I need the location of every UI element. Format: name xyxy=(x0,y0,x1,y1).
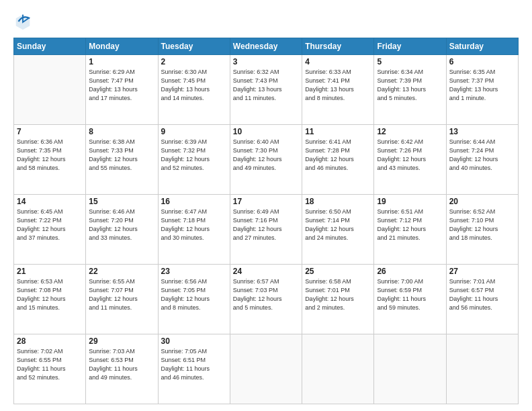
day-number: 9 xyxy=(161,127,227,136)
day-header-wednesday: Wednesday xyxy=(230,38,302,55)
calendar-cell: 4Sunrise: 6:33 AM Sunset: 7:41 PM Daylig… xyxy=(302,55,374,125)
day-info: Sunrise: 6:42 AM Sunset: 7:26 PM Dayligh… xyxy=(377,138,443,173)
calendar-cell: 30Sunrise: 7:05 AM Sunset: 6:51 PM Dayli… xyxy=(158,334,230,404)
calendar-header-row: SundayMondayTuesdayWednesdayThursdayFrid… xyxy=(14,38,519,55)
calendar-table: SundayMondayTuesdayWednesdayThursdayFrid… xyxy=(13,38,519,404)
calendar-week-3: 14Sunrise: 6:45 AM Sunset: 7:22 PM Dayli… xyxy=(14,195,519,265)
calendar-cell: 7Sunrise: 6:36 AM Sunset: 7:35 PM Daylig… xyxy=(14,125,86,195)
day-number: 19 xyxy=(377,197,443,206)
day-number: 29 xyxy=(89,336,154,346)
day-info: Sunrise: 6:45 AM Sunset: 7:22 PM Dayligh… xyxy=(17,208,83,242)
day-number: 5 xyxy=(377,57,443,66)
calendar-cell: 8Sunrise: 6:38 AM Sunset: 7:33 PM Daylig… xyxy=(86,125,158,195)
day-number: 17 xyxy=(233,197,299,206)
day-info: Sunrise: 6:34 AM Sunset: 7:39 PM Dayligh… xyxy=(377,68,443,103)
day-info: Sunrise: 6:49 AM Sunset: 7:16 PM Dayligh… xyxy=(233,208,299,242)
calendar-cell xyxy=(302,334,374,404)
day-number: 8 xyxy=(89,127,154,136)
day-number: 23 xyxy=(161,267,227,276)
day-number: 4 xyxy=(305,57,371,66)
calendar-cell: 13Sunrise: 6:44 AM Sunset: 7:24 PM Dayli… xyxy=(446,125,518,195)
day-info: Sunrise: 7:05 AM Sunset: 6:51 PM Dayligh… xyxy=(161,347,227,382)
day-number: 21 xyxy=(17,267,83,276)
day-info: Sunrise: 6:58 AM Sunset: 7:01 PM Dayligh… xyxy=(305,277,371,312)
day-number: 16 xyxy=(161,197,227,206)
day-info: Sunrise: 6:35 AM Sunset: 7:37 PM Dayligh… xyxy=(449,68,515,103)
day-number: 1 xyxy=(89,57,154,66)
calendar-cell: 28Sunrise: 7:02 AM Sunset: 6:55 PM Dayli… xyxy=(14,334,86,404)
day-header-monday: Monday xyxy=(86,38,158,55)
day-info: Sunrise: 6:33 AM Sunset: 7:41 PM Dayligh… xyxy=(305,68,371,103)
calendar-cell: 10Sunrise: 6:40 AM Sunset: 7:30 PM Dayli… xyxy=(230,125,302,195)
day-number: 13 xyxy=(449,127,515,136)
calendar-cell: 11Sunrise: 6:41 AM Sunset: 7:28 PM Dayli… xyxy=(302,125,374,195)
day-info: Sunrise: 6:57 AM Sunset: 7:03 PM Dayligh… xyxy=(233,277,299,312)
calendar-week-5: 28Sunrise: 7:02 AM Sunset: 6:55 PM Dayli… xyxy=(14,334,519,404)
day-info: Sunrise: 7:02 AM Sunset: 6:55 PM Dayligh… xyxy=(17,347,83,382)
day-number: 27 xyxy=(449,267,515,276)
day-number: 7 xyxy=(17,127,83,136)
day-info: Sunrise: 7:00 AM Sunset: 6:59 PM Dayligh… xyxy=(377,277,443,312)
day-info: Sunrise: 6:41 AM Sunset: 7:28 PM Dayligh… xyxy=(305,138,371,173)
day-number: 30 xyxy=(161,336,227,346)
day-number: 18 xyxy=(305,197,371,206)
day-number: 10 xyxy=(233,127,299,136)
day-header-saturday: Saturday xyxy=(446,38,518,55)
day-number: 26 xyxy=(377,267,443,276)
calendar-cell: 17Sunrise: 6:49 AM Sunset: 7:16 PM Dayli… xyxy=(230,195,302,265)
calendar-cell: 3Sunrise: 6:32 AM Sunset: 7:43 PM Daylig… xyxy=(230,55,302,125)
day-info: Sunrise: 6:50 AM Sunset: 7:14 PM Dayligh… xyxy=(305,208,371,242)
calendar-cell: 14Sunrise: 6:45 AM Sunset: 7:22 PM Dayli… xyxy=(14,195,86,265)
calendar-week-4: 21Sunrise: 6:53 AM Sunset: 7:08 PM Dayli… xyxy=(14,265,519,334)
day-info: Sunrise: 6:52 AM Sunset: 7:10 PM Dayligh… xyxy=(449,208,515,242)
day-info: Sunrise: 6:56 AM Sunset: 7:05 PM Dayligh… xyxy=(161,277,227,312)
calendar-cell: 18Sunrise: 6:50 AM Sunset: 7:14 PM Dayli… xyxy=(302,195,374,265)
calendar-cell xyxy=(14,55,86,125)
calendar-cell: 2Sunrise: 6:30 AM Sunset: 7:45 PM Daylig… xyxy=(158,55,230,125)
day-number: 2 xyxy=(161,57,227,66)
day-info: Sunrise: 6:29 AM Sunset: 7:47 PM Dayligh… xyxy=(89,68,154,103)
day-header-friday: Friday xyxy=(374,38,446,55)
header xyxy=(13,12,519,31)
day-info: Sunrise: 6:55 AM Sunset: 7:07 PM Dayligh… xyxy=(89,277,154,312)
day-info: Sunrise: 7:01 AM Sunset: 6:57 PM Dayligh… xyxy=(449,277,515,312)
calendar-cell: 26Sunrise: 7:00 AM Sunset: 6:59 PM Dayli… xyxy=(374,265,446,334)
day-info: Sunrise: 6:44 AM Sunset: 7:24 PM Dayligh… xyxy=(449,138,515,173)
calendar-cell xyxy=(230,334,302,404)
day-header-tuesday: Tuesday xyxy=(158,38,230,55)
logo xyxy=(13,12,35,31)
day-info: Sunrise: 6:30 AM Sunset: 7:45 PM Dayligh… xyxy=(161,68,227,103)
calendar-cell: 16Sunrise: 6:47 AM Sunset: 7:18 PM Dayli… xyxy=(158,195,230,265)
day-number: 11 xyxy=(305,127,371,136)
day-info: Sunrise: 6:40 AM Sunset: 7:30 PM Dayligh… xyxy=(233,138,299,173)
calendar-cell: 1Sunrise: 6:29 AM Sunset: 7:47 PM Daylig… xyxy=(86,55,158,125)
day-number: 14 xyxy=(17,197,83,206)
day-number: 20 xyxy=(449,197,515,206)
calendar-cell: 27Sunrise: 7:01 AM Sunset: 6:57 PM Dayli… xyxy=(446,265,518,334)
day-number: 12 xyxy=(377,127,443,136)
calendar-cell: 6Sunrise: 6:35 AM Sunset: 7:37 PM Daylig… xyxy=(446,55,518,125)
calendar-cell: 5Sunrise: 6:34 AM Sunset: 7:39 PM Daylig… xyxy=(374,55,446,125)
page: SundayMondayTuesdayWednesdayThursdayFrid… xyxy=(0,0,532,411)
calendar-cell: 20Sunrise: 6:52 AM Sunset: 7:10 PM Dayli… xyxy=(446,195,518,265)
calendar-cell: 29Sunrise: 7:03 AM Sunset: 6:53 PM Dayli… xyxy=(86,334,158,404)
day-number: 28 xyxy=(17,336,83,346)
day-info: Sunrise: 6:32 AM Sunset: 7:43 PM Dayligh… xyxy=(233,68,299,103)
logo-icon xyxy=(13,12,32,31)
day-header-sunday: Sunday xyxy=(14,38,86,55)
calendar-cell: 15Sunrise: 6:46 AM Sunset: 7:20 PM Dayli… xyxy=(86,195,158,265)
calendar-cell xyxy=(446,334,518,404)
calendar-cell: 23Sunrise: 6:56 AM Sunset: 7:05 PM Dayli… xyxy=(158,265,230,334)
day-number: 25 xyxy=(305,267,371,276)
calendar-cell: 22Sunrise: 6:55 AM Sunset: 7:07 PM Dayli… xyxy=(86,265,158,334)
day-info: Sunrise: 7:03 AM Sunset: 6:53 PM Dayligh… xyxy=(89,347,154,382)
day-number: 15 xyxy=(89,197,154,206)
day-info: Sunrise: 6:38 AM Sunset: 7:33 PM Dayligh… xyxy=(89,138,154,173)
calendar-cell xyxy=(374,334,446,404)
day-number: 22 xyxy=(89,267,154,276)
calendar-week-1: 1Sunrise: 6:29 AM Sunset: 7:47 PM Daylig… xyxy=(14,55,519,125)
day-info: Sunrise: 6:51 AM Sunset: 7:12 PM Dayligh… xyxy=(377,208,443,242)
calendar-cell: 12Sunrise: 6:42 AM Sunset: 7:26 PM Dayli… xyxy=(374,125,446,195)
day-info: Sunrise: 6:36 AM Sunset: 7:35 PM Dayligh… xyxy=(17,138,83,173)
day-info: Sunrise: 6:53 AM Sunset: 7:08 PM Dayligh… xyxy=(17,277,83,312)
